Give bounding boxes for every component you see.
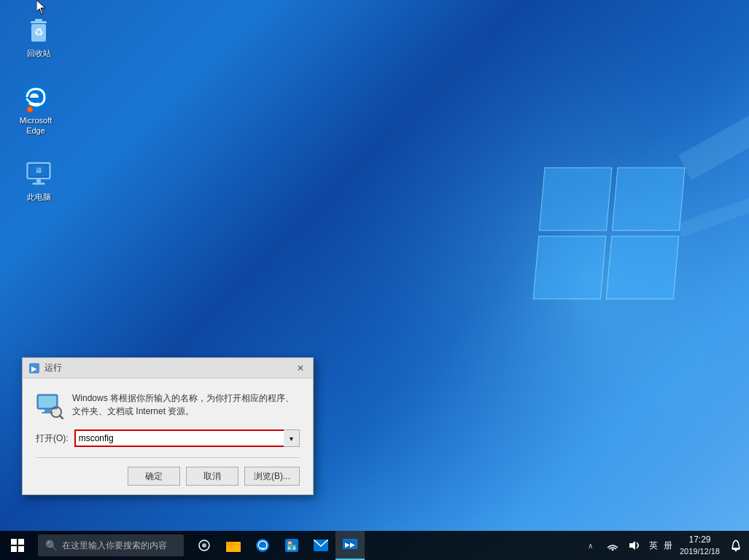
clock-time: 17:29 — [688, 534, 710, 546]
dialog-separator — [36, 457, 300, 458]
edge-icon[interactable]: MicrosoftEdge — [10, 80, 61, 139]
task-view-button[interactable] — [190, 531, 219, 560]
svg-point-26 — [53, 409, 59, 415]
svg-rect-3 — [533, 236, 606, 299]
file-explorer-button[interactable] — [219, 531, 248, 560]
taskbar-search-icon: 🔍 — [45, 540, 58, 551]
taskbar-store-button[interactable]: 🏪 — [277, 531, 306, 560]
svg-text:▶: ▶ — [31, 365, 37, 373]
run-input[interactable] — [74, 429, 300, 447]
svg-point-33 — [202, 543, 206, 548]
svg-rect-30 — [11, 546, 17, 552]
svg-rect-22 — [39, 396, 56, 408]
this-pc-icon[interactable]: 🖥 此电脑 — [13, 157, 64, 205]
start-button[interactable] — [0, 531, 35, 560]
svg-rect-0 — [238, 0, 749, 560]
dialog-title: 运行 — [44, 362, 294, 374]
dialog-cancel-button[interactable]: 取消 — [186, 467, 238, 486]
svg-text:🏪: 🏪 — [287, 540, 297, 551]
dialog-close-button[interactable]: ✕ — [294, 362, 307, 375]
dialog-browse-button[interactable]: 浏览(B)... — [244, 467, 300, 486]
svg-rect-2 — [612, 168, 685, 230]
svg-rect-29 — [18, 539, 24, 545]
svg-line-6 — [679, 95, 749, 230]
show-hidden-icons-button[interactable]: ∧ — [581, 531, 601, 560]
svg-rect-8 — [35, 19, 42, 22]
svg-rect-23 — [44, 409, 50, 412]
dialog-description: Windows 将根据你所输入的名称，为你打开相应的程序、 文件夹、文档或 In… — [72, 392, 300, 418]
recycle-bin-icon[interactable]: ♻ 回收站 — [13, 13, 64, 61]
dialog-open-label: 打开(O): — [36, 432, 69, 445]
notification-button[interactable] — [726, 531, 746, 560]
edge-label: MicrosoftEdge — [20, 115, 53, 136]
dialog-buttons: 确定 取消 浏览(B)... — [36, 467, 300, 486]
dialog-input-wrapper: ▾ — [74, 429, 300, 447]
desktop-light-effect — [238, 0, 749, 560]
dialog-body: Windows 将根据你所输入的名称，为你打开相应的程序、 文件夹、文档或 In… — [23, 378, 313, 494]
taskbar: 🔍 在这里输入你要搜索的内容 — [0, 531, 749, 560]
svg-rect-16 — [32, 182, 44, 184]
svg-text:♻: ♻ — [34, 26, 44, 38]
dialog-titlebar[interactable]: ▶ 运行 ✕ — [23, 358, 313, 378]
this-pc-image: 🖥 — [24, 160, 53, 189]
taskbar-search[interactable]: 🔍 在这里输入你要搜索的内容 — [38, 534, 184, 556]
taskbar-apps: 🏪 ▶▶ — [190, 531, 365, 560]
svg-text:🖥: 🖥 — [35, 166, 42, 174]
svg-rect-4 — [606, 236, 679, 299]
taskbar-edge-button[interactable] — [248, 531, 277, 560]
edge-image — [21, 83, 50, 112]
dialog-dropdown-button[interactable]: ▾ — [284, 429, 300, 447]
desktop: ♻ 回收站 MicrosoftEd — [0, 0, 749, 560]
recycle-bin-image: ♻ — [24, 16, 53, 45]
run-dialog: ▶ 运行 ✕ — [22, 357, 314, 495]
svg-line-5 — [685, 0, 749, 168]
dialog-run-icon — [36, 392, 63, 419]
svg-rect-1 — [539, 168, 612, 230]
svg-point-43 — [611, 549, 613, 551]
svg-line-27 — [60, 416, 63, 419]
dialog-info-row: Windows 将根据你所输入的名称，为你打开相应的程序、 文件夹、文档或 In… — [36, 392, 300, 419]
ime-indicator[interactable]: 册 — [662, 531, 674, 560]
dialog-open-row: 打开(O): ▾ — [36, 429, 300, 447]
run-dialog-icon: ▶ — [28, 362, 40, 374]
clock-area[interactable]: 17:29 2019/12/18 — [675, 531, 724, 560]
svg-text:▶▶: ▶▶ — [345, 541, 355, 548]
svg-rect-31 — [18, 546, 24, 552]
volume-icon[interactable] — [624, 531, 645, 560]
svg-marker-47 — [36, 0, 45, 15]
svg-marker-44 — [629, 541, 635, 550]
this-pc-label: 此电脑 — [27, 192, 51, 202]
mouse-cursor — [36, 0, 48, 15]
language-indicator[interactable]: 英 — [646, 531, 661, 560]
svg-rect-28 — [11, 539, 17, 545]
network-icon[interactable] — [602, 531, 623, 560]
svg-point-12 — [27, 106, 33, 112]
recycle-bin-label: 回收站 — [27, 48, 51, 58]
taskbar-search-placeholder: 在这里输入你要搜索的内容 — [62, 540, 167, 552]
taskbar-mail-button[interactable] — [306, 531, 335, 560]
taskbar-remote-button[interactable]: ▶▶ — [335, 531, 365, 560]
taskbar-system-tray: ∧ 英 — [581, 531, 749, 560]
svg-rect-15 — [36, 179, 41, 183]
clock-date: 2019/12/18 — [680, 546, 720, 557]
dialog-ok-button[interactable]: 确定 — [128, 467, 180, 486]
